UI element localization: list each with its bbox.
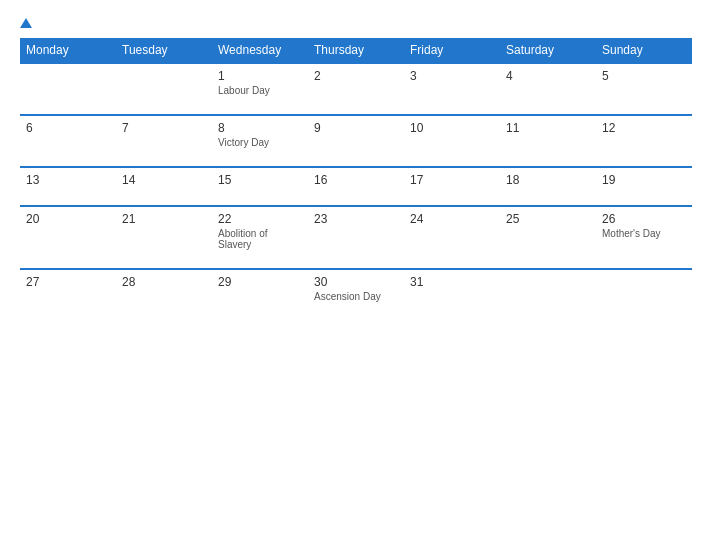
logo-blue-text (20, 18, 34, 28)
day-header-tuesday: Tuesday (116, 38, 212, 63)
day-number: 16 (314, 173, 398, 187)
calendar-cell: 14 (116, 167, 212, 206)
day-number: 18 (506, 173, 590, 187)
day-header-monday: Monday (20, 38, 116, 63)
day-number: 21 (122, 212, 206, 226)
day-number: 14 (122, 173, 206, 187)
calendar-cell: 6 (20, 115, 116, 167)
calendar-cell: 24 (404, 206, 500, 269)
day-number: 19 (602, 173, 686, 187)
calendar-cell: 21 (116, 206, 212, 269)
week-row-5: 27282930Ascension Day31 (20, 269, 692, 320)
day-number: 4 (506, 69, 590, 83)
day-number: 12 (602, 121, 686, 135)
day-number: 24 (410, 212, 494, 226)
day-number: 26 (602, 212, 686, 226)
calendar-cell: 11 (500, 115, 596, 167)
day-number: 6 (26, 121, 110, 135)
day-number: 9 (314, 121, 398, 135)
week-row-3: 13141516171819 (20, 167, 692, 206)
holiday-label: Labour Day (218, 85, 302, 96)
week-row-1: 1Labour Day2345 (20, 63, 692, 115)
day-number: 10 (410, 121, 494, 135)
day-number: 17 (410, 173, 494, 187)
calendar-cell: 5 (596, 63, 692, 115)
calendar-cell: 1Labour Day (212, 63, 308, 115)
days-header-row: MondayTuesdayWednesdayThursdayFridaySatu… (20, 38, 692, 63)
calendar-page: MondayTuesdayWednesdayThursdayFridaySatu… (0, 0, 712, 550)
day-number: 2 (314, 69, 398, 83)
week-row-2: 678Victory Day9101112 (20, 115, 692, 167)
calendar-cell: 4 (500, 63, 596, 115)
day-number: 8 (218, 121, 302, 135)
calendar-cell: 15 (212, 167, 308, 206)
day-number: 11 (506, 121, 590, 135)
calendar-cell: 22Abolition of Slavery (212, 206, 308, 269)
calendar-cell: 27 (20, 269, 116, 320)
calendar-cell: 30Ascension Day (308, 269, 404, 320)
day-number: 13 (26, 173, 110, 187)
calendar-cell: 26Mother's Day (596, 206, 692, 269)
calendar-cell: 7 (116, 115, 212, 167)
calendar-cell: 29 (212, 269, 308, 320)
day-header-saturday: Saturday (500, 38, 596, 63)
day-number: 27 (26, 275, 110, 289)
holiday-label: Ascension Day (314, 291, 398, 302)
calendar-cell: 19 (596, 167, 692, 206)
day-number: 23 (314, 212, 398, 226)
day-number: 7 (122, 121, 206, 135)
day-number: 22 (218, 212, 302, 226)
calendar-cell: 25 (500, 206, 596, 269)
day-header-thursday: Thursday (308, 38, 404, 63)
calendar-cell: 20 (20, 206, 116, 269)
calendar-cell (20, 63, 116, 115)
day-number: 28 (122, 275, 206, 289)
day-number: 15 (218, 173, 302, 187)
logo-triangle-icon (20, 18, 32, 28)
day-number: 29 (218, 275, 302, 289)
calendar-table: MondayTuesdayWednesdayThursdayFridaySatu… (20, 38, 692, 320)
day-number: 3 (410, 69, 494, 83)
calendar-cell (116, 63, 212, 115)
day-number: 5 (602, 69, 686, 83)
day-header-friday: Friday (404, 38, 500, 63)
calendar-cell: 3 (404, 63, 500, 115)
day-number: 31 (410, 275, 494, 289)
holiday-label: Abolition of Slavery (218, 228, 302, 250)
day-header-sunday: Sunday (596, 38, 692, 63)
day-number: 30 (314, 275, 398, 289)
calendar-cell: 10 (404, 115, 500, 167)
calendar-cell: 12 (596, 115, 692, 167)
calendar-cell (596, 269, 692, 320)
header (20, 18, 692, 28)
calendar-cell: 23 (308, 206, 404, 269)
calendar-cell: 8Victory Day (212, 115, 308, 167)
day-header-wednesday: Wednesday (212, 38, 308, 63)
calendar-cell: 13 (20, 167, 116, 206)
day-number: 1 (218, 69, 302, 83)
calendar-cell: 16 (308, 167, 404, 206)
calendar-cell: 2 (308, 63, 404, 115)
holiday-label: Victory Day (218, 137, 302, 148)
holiday-label: Mother's Day (602, 228, 686, 239)
logo (20, 18, 34, 28)
calendar-cell (500, 269, 596, 320)
calendar-cell: 18 (500, 167, 596, 206)
day-number: 20 (26, 212, 110, 226)
calendar-cell: 28 (116, 269, 212, 320)
calendar-cell: 17 (404, 167, 500, 206)
calendar-cell: 9 (308, 115, 404, 167)
day-number: 25 (506, 212, 590, 226)
week-row-4: 202122Abolition of Slavery23242526Mother… (20, 206, 692, 269)
calendar-cell: 31 (404, 269, 500, 320)
